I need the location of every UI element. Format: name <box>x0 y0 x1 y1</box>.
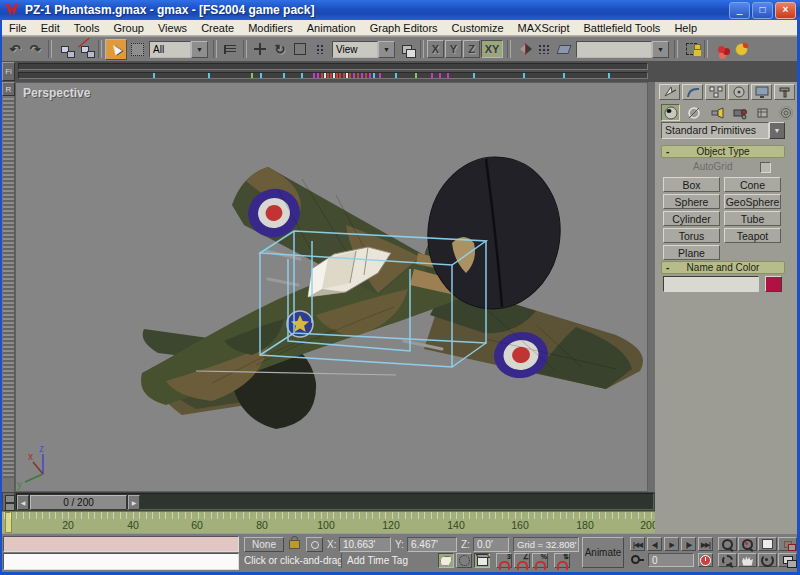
chevron-down-icon[interactable]: ▼ <box>191 41 208 58</box>
object-color-swatch[interactable] <box>765 276 782 292</box>
track-view-icon[interactable] <box>681 40 701 59</box>
geosphere-button[interactable]: GeoSphere <box>724 194 781 209</box>
align-icon[interactable] <box>554 40 574 59</box>
array-icon[interactable] <box>534 40 554 59</box>
smooth-highlight-icon[interactable] <box>438 553 454 568</box>
menu-group[interactable]: Group <box>106 21 151 35</box>
torus-button[interactable]: Torus <box>663 228 720 243</box>
pan-hand-icon[interactable] <box>738 553 757 567</box>
aircraft-model[interactable]: x y z <box>16 83 648 492</box>
plane-button[interactable]: Plane <box>663 245 720 260</box>
trackbar-upper-strip[interactable] <box>18 63 648 70</box>
zoom-all-icon[interactable] <box>738 537 757 551</box>
maximize-button[interactable]: □ <box>752 2 773 19</box>
display-tab[interactable] <box>751 84 772 100</box>
spacewarps-category-icon[interactable] <box>776 104 795 121</box>
select-and-link-icon[interactable] <box>55 40 75 59</box>
title-bar[interactable]: PZ-1 Phantasm.gmax - gmax - [FS2004 game… <box>0 0 800 20</box>
modify-tab[interactable] <box>682 84 703 100</box>
box-display-icon[interactable] <box>474 553 490 568</box>
shapes-category-icon[interactable] <box>684 104 703 121</box>
menu-animation[interactable]: Animation <box>300 21 363 35</box>
time-slider-track[interactable]: ◀ 0 / 200 ▶ <box>16 493 654 510</box>
minimize-button[interactable]: _ <box>729 2 750 19</box>
material-editor-icon[interactable] <box>731 40 751 59</box>
selection-filter-dropdown[interactable]: All ▼ <box>149 41 208 58</box>
edged-faces-icon[interactable] <box>456 553 472 568</box>
region-zoom-icon[interactable] <box>718 553 737 567</box>
select-and-rotate-icon[interactable]: ↻ <box>270 40 290 59</box>
left-strip-tab[interactable]: R <box>2 82 15 96</box>
status-none-button[interactable]: None <box>244 537 284 552</box>
trackbar-filter-tab[interactable]: Fi <box>2 62 15 81</box>
chevron-down-icon[interactable]: ▼ <box>769 122 785 139</box>
minmax-toggle-icon[interactable] <box>778 553 797 567</box>
reference-coordsys-dropdown[interactable]: View ▼ <box>332 41 395 58</box>
redo-icon[interactable]: ↷ <box>25 40 45 59</box>
menu-battlefield-tools[interactable]: Battlefield Tools <box>577 21 668 35</box>
z-coordinate-field[interactable]: 0.0' <box>473 537 509 552</box>
helpers-category-icon[interactable] <box>753 104 772 121</box>
trackbar-keys[interactable] <box>18 72 648 79</box>
motion-tab[interactable] <box>728 84 749 100</box>
cone-button[interactable]: Cone <box>724 177 781 192</box>
menu-tools[interactable]: Tools <box>67 21 107 35</box>
chevron-down-icon[interactable]: ▼ <box>652 41 669 58</box>
absolute-mode-icon[interactable] <box>306 537 323 552</box>
key-mode-icon[interactable] <box>631 555 640 564</box>
select-and-scale-icon[interactable] <box>290 40 310 59</box>
render-icon[interactable] <box>711 40 731 59</box>
select-object-icon[interactable] <box>105 39 127 60</box>
use-pivot-center-icon[interactable] <box>397 40 417 59</box>
zoom-extents-all-icon[interactable] <box>778 537 797 551</box>
maxscript-mini-listener-white[interactable] <box>3 553 239 570</box>
frame-forward-button[interactable]: ▶ <box>128 495 140 510</box>
menu-views[interactable]: Views <box>151 21 194 35</box>
sphere-button[interactable]: Sphere <box>663 194 720 209</box>
mirror-icon[interactable] <box>514 40 534 59</box>
menu-create[interactable]: Create <box>194 21 241 35</box>
selection-region-icon[interactable] <box>127 40 147 59</box>
time-slider-thumb[interactable]: 0 / 200 <box>30 495 127 510</box>
animate-button[interactable]: Animate <box>582 537 624 568</box>
menu-edit[interactable]: Edit <box>34 21 67 35</box>
close-button[interactable]: × <box>775 2 796 19</box>
menu-customize[interactable]: Customize <box>445 21 511 35</box>
left-strip-handle[interactable] <box>3 98 14 478</box>
cylinder-button[interactable]: Cylinder <box>663 211 720 226</box>
go-to-end-button[interactable]: ▶▶| <box>698 537 713 551</box>
undo-icon[interactable]: ↶ <box>5 40 25 59</box>
named-selection-dropdown[interactable]: ▼ <box>576 41 669 58</box>
autogrid-checkbox[interactable] <box>760 162 771 173</box>
menu-graph-editors[interactable]: Graph Editors <box>363 21 445 35</box>
play-button[interactable]: ▶ <box>664 537 679 551</box>
snap-toggle-3d-icon[interactable]: 3 <box>496 553 512 568</box>
percent-snap-icon[interactable]: % <box>532 553 548 568</box>
select-and-move-icon[interactable] <box>250 40 270 59</box>
chevron-down-icon[interactable]: ▼ <box>378 41 395 58</box>
primitive-category-dropdown[interactable]: Standard Primitives ▼ <box>661 122 785 139</box>
angle-snap-icon[interactable]: ∠ <box>514 553 530 568</box>
previous-frame-button[interactable]: ◀| <box>647 537 662 551</box>
frame-back-button[interactable]: ◀ <box>17 495 29 510</box>
unlink-selection-icon[interactable] <box>75 40 95 59</box>
go-to-start-button[interactable]: |◀◀ <box>630 537 645 551</box>
hierarchy-tab[interactable] <box>705 84 726 100</box>
y-coordinate-field[interactable]: 6.467' <box>407 537 457 552</box>
add-time-tag[interactable]: Add Time Tag <box>347 553 433 568</box>
maxscript-mini-listener-pink[interactable] <box>3 536 239 552</box>
next-frame-button[interactable]: |▶ <box>681 537 696 551</box>
spinner-snap-icon[interactable]: ⇅ <box>554 553 570 568</box>
restrict-y-button[interactable]: Y <box>445 40 462 58</box>
object-type-rollout-header[interactable]: - Object Type <box>661 145 785 158</box>
timeslider-corner-boxes[interactable] <box>2 492 15 511</box>
utilities-tab[interactable] <box>774 84 795 100</box>
geometry-category-icon[interactable] <box>661 104 680 121</box>
restrict-xy-plane-button[interactable]: XY <box>481 40 503 58</box>
tube-button[interactable]: Tube <box>724 211 781 226</box>
x-coordinate-field[interactable]: 10.663' <box>339 537 391 552</box>
selection-lock-icon[interactable] <box>289 536 300 549</box>
zoom-icon[interactable] <box>718 537 737 551</box>
name-color-rollout-header[interactable]: - Name and Color <box>661 261 785 274</box>
viewport-panel-divider[interactable] <box>648 82 655 492</box>
